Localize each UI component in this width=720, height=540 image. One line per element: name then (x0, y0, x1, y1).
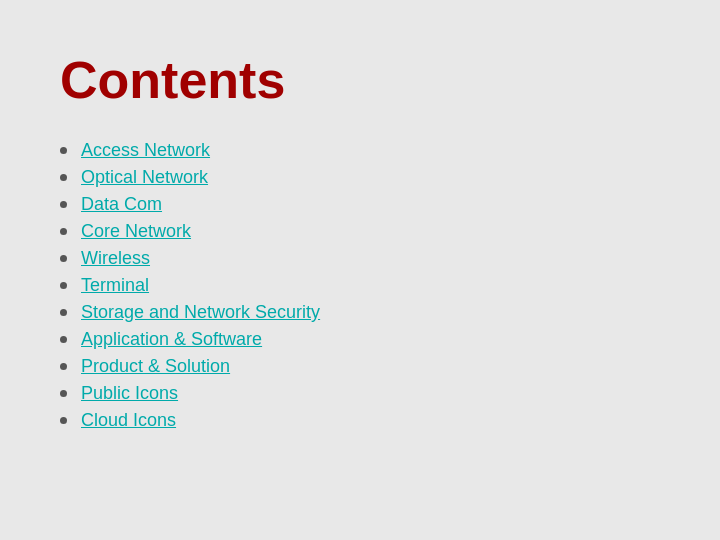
contents-link-0[interactable]: Access Network (81, 140, 210, 161)
contents-link-5[interactable]: Terminal (81, 275, 149, 296)
contents-link-2[interactable]: Data Com (81, 194, 162, 215)
list-item: Optical Network (60, 167, 660, 188)
bullet-icon (60, 255, 67, 262)
bullet-icon (60, 390, 67, 397)
list-item: Storage and Network Security (60, 302, 660, 323)
contents-link-4[interactable]: Wireless (81, 248, 150, 269)
page-title: Contents (60, 50, 660, 110)
contents-link-6[interactable]: Storage and Network Security (81, 302, 320, 323)
bullet-icon (60, 309, 67, 316)
list-item: Core Network (60, 221, 660, 242)
contents-link-1[interactable]: Optical Network (81, 167, 208, 188)
list-item: Public Icons (60, 383, 660, 404)
contents-link-10[interactable]: Cloud Icons (81, 410, 176, 431)
contents-link-7[interactable]: Application & Software (81, 329, 262, 350)
bullet-icon (60, 282, 67, 289)
contents-list: Access NetworkOptical NetworkData ComCor… (60, 140, 660, 431)
bullet-icon (60, 363, 67, 370)
list-item: Cloud Icons (60, 410, 660, 431)
bullet-icon (60, 228, 67, 235)
list-item: Terminal (60, 275, 660, 296)
contents-link-8[interactable]: Product & Solution (81, 356, 230, 377)
bullet-icon (60, 201, 67, 208)
bullet-icon (60, 174, 67, 181)
list-item: Product & Solution (60, 356, 660, 377)
bullet-icon (60, 147, 67, 154)
list-item: Application & Software (60, 329, 660, 350)
bullet-icon (60, 417, 67, 424)
page: Contents Access NetworkOptical NetworkDa… (0, 0, 720, 540)
list-item: Wireless (60, 248, 660, 269)
list-item: Access Network (60, 140, 660, 161)
contents-link-9[interactable]: Public Icons (81, 383, 178, 404)
list-item: Data Com (60, 194, 660, 215)
contents-link-3[interactable]: Core Network (81, 221, 191, 242)
bullet-icon (60, 336, 67, 343)
